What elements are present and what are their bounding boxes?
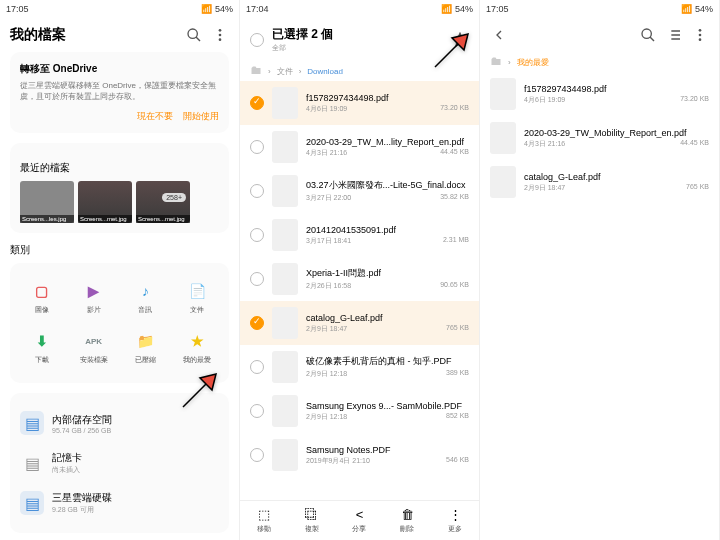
clock: 17:04 [246, 4, 269, 14]
clock: 17:05 [6, 4, 29, 14]
svg-point-3 [219, 38, 222, 41]
bottom-action[interactable]: ⬚移動 [257, 507, 271, 534]
select-all-label: 全部 [272, 43, 443, 53]
skip-button[interactable]: 現在不要 [137, 110, 173, 123]
file-icon [490, 122, 516, 154]
category-item[interactable]: 📄文件 [175, 277, 219, 319]
svg-point-2 [219, 34, 222, 37]
bottom-action[interactable]: ⋮更多 [448, 507, 462, 534]
more-icon[interactable] [211, 26, 229, 44]
battery-pct: 54% [215, 4, 233, 14]
file-checkbox[interactable] [250, 96, 264, 110]
category-item[interactable]: ★我的最愛 [175, 327, 219, 369]
recent-thumb[interactable]: Screens...met.jpg258+ [136, 181, 190, 223]
file-icon [272, 131, 298, 163]
category-item[interactable]: 📁已壓縮 [124, 327, 168, 369]
search-icon[interactable] [185, 26, 203, 44]
svg-point-6 [699, 34, 702, 37]
clock: 17:05 [486, 4, 509, 14]
bottom-action[interactable]: 🗑刪除 [400, 507, 414, 534]
recent-title: 最近的檔案 [20, 161, 219, 175]
status-bar: 17:05 📶54% [0, 0, 239, 18]
file-checkbox[interactable] [250, 140, 264, 154]
selection-count: 已選擇 2 個 [272, 26, 443, 43]
more-icon[interactable] [691, 26, 709, 44]
signal-icon: 📶 [441, 4, 452, 14]
category-title: 類別 [10, 243, 229, 257]
file-icon [490, 78, 516, 110]
panel-my-files: 17:05 📶54% 我的檔案 轉移至 OneDrive 從三星雲端硬碟移轉至 … [0, 0, 240, 540]
page-title: 我的檔案 [10, 26, 177, 44]
signal-icon: 📶 [201, 4, 212, 14]
file-row[interactable]: Samsung Notes.PDF2019年9月4日 21:10546 KB [240, 433, 479, 477]
file-row[interactable]: 03.27小米國際發布...-Lite-5G_final.docx3月27日 2… [240, 169, 479, 213]
file-icon [272, 87, 298, 119]
signal-icon: 📶 [681, 4, 692, 14]
file-icon [272, 439, 298, 471]
file-row[interactable]: 2020-03-29_TW_M...lity_Report_en.pdf4月3日… [240, 125, 479, 169]
back-icon[interactable] [490, 26, 508, 44]
file-row[interactable]: catalog_G-Leaf.pdf2月9日 18:47765 KB [480, 160, 719, 204]
battery-pct: 54% [455, 4, 473, 14]
svg-point-7 [699, 38, 702, 41]
file-icon [272, 219, 298, 251]
onedrive-title: 轉移至 OneDrive [20, 62, 219, 76]
breadcrumb[interactable]: ›文件›Download [240, 61, 479, 81]
file-row[interactable]: 201412041535091.pdf3月17日 18:412.31 MB [240, 213, 479, 257]
file-icon [272, 263, 298, 295]
file-checkbox[interactable] [250, 360, 264, 374]
search-icon[interactable] [639, 26, 657, 44]
storage-item[interactable]: ▤三星雲端硬碟9.28 GB 可用 [20, 483, 219, 523]
category-item[interactable]: ♪音訊 [124, 277, 168, 319]
file-row[interactable]: 破亿像素手机背后的真相 - 知乎.PDF2月9日 12:18389 KB [240, 345, 479, 389]
onedrive-desc: 從三星雲端硬碟移轉至 OneDrive，保護重要檔案安全無虞，且可於所有裝置上同… [20, 80, 219, 102]
favorite-icon[interactable] [451, 31, 469, 49]
svg-point-1 [219, 29, 222, 32]
status-bar: 17:04 📶54% [240, 0, 479, 18]
status-bar: 17:05 📶54% [480, 0, 719, 18]
category-item[interactable]: ▶影片 [72, 277, 116, 319]
recent-thumb[interactable]: Screens...met.jpg [78, 181, 132, 223]
file-checkbox[interactable] [250, 272, 264, 286]
file-checkbox[interactable] [250, 404, 264, 418]
file-checkbox[interactable] [250, 184, 264, 198]
file-checkbox[interactable] [250, 448, 264, 462]
file-icon [272, 351, 298, 383]
file-icon [272, 307, 298, 339]
select-all-checkbox[interactable] [250, 33, 264, 47]
file-row[interactable]: 2020-03-29_TW_Mobility_Report_en.pdf4月3日… [480, 116, 719, 160]
svg-point-5 [699, 29, 702, 32]
battery-pct: 54% [695, 4, 713, 14]
file-row[interactable]: catalog_G-Leaf.pdf2月9日 18:47765 KB [240, 301, 479, 345]
file-row[interactable]: f1578297434498.pdf4月6日 19:0973.20 KB [480, 72, 719, 116]
list-view-icon[interactable] [665, 26, 683, 44]
category-item[interactable]: ▢圖像 [20, 277, 64, 319]
file-checkbox[interactable] [250, 228, 264, 242]
bottom-action[interactable]: ⿻複製 [305, 507, 319, 534]
breadcrumb[interactable]: ›我的最愛 [480, 52, 719, 72]
panel-favorites: 17:05 📶54% ›我的最愛 f1578297434498.pdf4月6日 … [480, 0, 720, 540]
file-checkbox[interactable] [250, 316, 264, 330]
file-icon [490, 166, 516, 198]
start-button[interactable]: 開始使用 [183, 110, 219, 123]
category-item[interactable]: ⬇下載 [20, 327, 64, 369]
svg-point-4 [642, 29, 651, 38]
panel-selection: 17:04 📶54% 已選擇 2 個 全部 ›文件›Download f1578… [240, 0, 480, 540]
file-row[interactable]: f1578297434498.pdf4月6日 19:0973.20 KB [240, 81, 479, 125]
file-icon [272, 395, 298, 427]
onedrive-card: 轉移至 OneDrive 從三星雲端硬碟移轉至 OneDrive，保護重要檔案安… [10, 52, 229, 133]
storage-item[interactable]: ▤內部儲存空間95.74 GB / 256 GB [20, 403, 219, 443]
svg-point-0 [188, 29, 197, 38]
file-icon [272, 175, 298, 207]
file-row[interactable]: Xperia-1-II問題.pdf2月26日 16:5890.65 KB [240, 257, 479, 301]
bottom-action[interactable]: <分享 [352, 507, 366, 534]
category-item[interactable]: APK安裝檔案 [72, 327, 116, 369]
recent-thumb[interactable]: Screens...les.jpg [20, 181, 74, 223]
storage-item[interactable]: ▤記憶卡尚未插入 [20, 443, 219, 483]
file-row[interactable]: Samsung Exynos 9...- SamMobile.PDF2月9日 1… [240, 389, 479, 433]
